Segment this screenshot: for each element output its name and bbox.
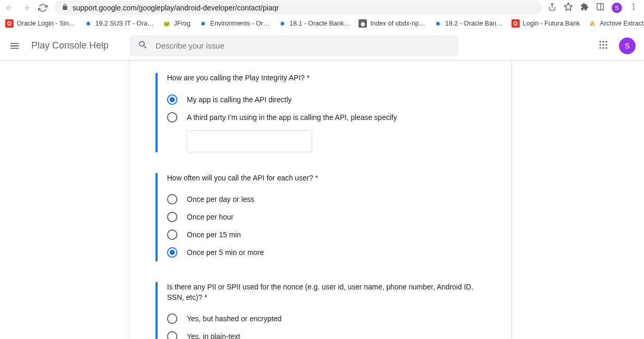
radio-label: Once per hour [187,213,234,221]
share-icon[interactable] [548,3,556,13]
url-bar[interactable]: support.google.com/googleplay/android-de… [54,1,542,15]
browser-toolbar: support.google.com/googleplay/android-de… [0,0,644,16]
bookmark-label: JFrog [174,20,190,27]
radio-label: A third party I'm using in the app is ca… [187,113,397,122]
svg-point-5 [600,41,601,42]
radio-label: Once per 5 min or more [187,248,264,257]
svg-point-7 [605,41,607,42]
main-content: How are you calling the Play Integrity A… [129,60,512,339]
chrome-profile-avatar[interactable]: S [612,3,622,13]
bookmark-favicon: ◉ [359,19,367,28]
radio-button[interactable] [167,112,177,123]
bookmark-favicon: 🐸 [162,19,171,28]
radio-option[interactable]: Once per 15 min [167,226,485,244]
bookmark-favicon: ✱ [199,19,207,28]
radio-option[interactable]: Yes, but hashed or encrypted [167,310,485,328]
extensions-icon[interactable] [580,3,589,13]
bookmark-label: Index of obdx-np… [370,20,425,27]
bookmark-item[interactable]: OOracle Login - Sin… [5,19,76,28]
bookmark-favicon: O [5,19,14,28]
bookmark-favicon: O [511,19,520,28]
svg-point-3 [633,6,635,8]
back-button[interactable] [4,3,15,13]
radio-button[interactable] [167,194,177,204]
search-input[interactable] [156,41,450,50]
radio-button[interactable] [167,247,177,258]
radio-option[interactable]: Once per day or less [167,190,485,208]
bookmark-item[interactable]: ✱Environments - Or… [199,19,270,28]
bookmark-item[interactable]: ✱18.1 - Oracle Bank… [278,19,351,28]
radio-button[interactable] [167,229,177,240]
url-text: support.google.com/googleplay/android-de… [73,4,279,12]
question-block: How often will you call the API for each… [156,173,485,262]
bookmark-item[interactable]: ✱19.2 SUS IT - Ora… [84,19,154,28]
radio-option[interactable]: My app is calling the API directly [167,91,485,108]
radio-label: Yes, but hashed or encrypted [187,314,282,323]
specify-input[interactable] [187,130,312,152]
svg-point-8 [600,44,601,45]
app-header: Play Console Help S [0,31,644,60]
bookmark-item[interactable]: OLogin - Futura Bank [511,19,580,28]
google-apps-icon[interactable] [598,40,611,52]
radio-label: My app is calling the API directly [187,95,292,104]
question-block: How are you calling the Play Integrity A… [156,73,485,152]
bookmark-label: Oracle Login - Sin… [17,20,76,27]
radio-option[interactable]: A third party I'm using in the app is ca… [167,108,485,126]
toolbar-right: S [548,2,640,14]
bookmark-label: Login - Futura Bank [523,20,580,27]
right-gutter [512,60,644,339]
question-title: How often will you call the API for each… [167,173,485,184]
radio-option[interactable]: Once per 5 min or more [167,244,485,261]
header-right: S [598,38,636,54]
radio-button[interactable] [167,313,177,324]
search-container[interactable] [129,35,458,56]
bookmark-favicon: ✱ [84,19,92,28]
bookmark-favicon: ✱ [278,19,287,28]
account-avatar[interactable]: S [619,38,636,54]
reload-button[interactable] [38,3,48,13]
question-title: How are you calling the Play Integrity A… [167,73,485,83]
app-title: Play Console Help [31,40,109,51]
bookmark-favicon: ⁂ [588,19,597,28]
bookmark-star-icon[interactable] [564,2,573,14]
svg-point-11 [600,47,601,49]
panel-icon[interactable] [596,3,604,13]
radio-button[interactable] [167,212,177,222]
forward-button[interactable] [21,3,31,13]
radio-button[interactable] [167,331,177,339]
svg-point-4 [633,8,635,10]
question-title: Is there any PII or SPII used for the no… [167,282,485,302]
bookmark-item[interactable]: ⁂Archive Extractor… [588,19,644,28]
radio-label: Yes, in plain-text [187,332,240,339]
bookmark-label: Environments - Or… [210,20,270,27]
radio-label: Once per 15 min [187,231,241,239]
main-menu-button[interactable] [8,40,21,52]
radio-option[interactable]: Yes, in plain-text [167,328,485,339]
lock-icon [62,4,68,12]
chrome-menu-icon[interactable] [629,3,638,13]
bookmark-label: 18.2 - Oracle Ban… [445,20,503,27]
svg-point-2 [633,4,635,5]
left-gutter [0,60,129,339]
specify-input-row [167,130,485,152]
svg-rect-0 [597,4,603,10]
svg-point-6 [602,41,604,42]
search-icon [138,40,148,52]
radio-button[interactable] [167,94,177,105]
svg-point-10 [605,44,607,45]
svg-point-12 [602,47,604,49]
content-wrapper: How are you calling the Play Integrity A… [0,60,644,339]
bookmark-label: 19.2 SUS IT - Ora… [96,20,154,27]
radio-label: Once per day or less [187,195,254,203]
bookmark-item[interactable]: ◉Index of obdx-np… [359,19,425,28]
bookmark-item[interactable]: ✱18.2 - Oracle Ban… [434,19,503,28]
question-block: Is there any PII or SPII used for the no… [156,282,485,339]
svg-point-9 [602,44,604,45]
bookmark-favicon: ✱ [434,19,442,28]
bookmark-label: 18.1 - Oracle Bank… [290,20,351,27]
bookmarks-bar: OOracle Login - Sin…✱19.2 SUS IT - Ora…🐸… [0,16,644,31]
radio-option[interactable]: Once per hour [167,208,485,226]
bookmark-item[interactable]: 🐸JFrog [162,19,190,28]
svg-point-13 [605,47,607,49]
bookmark-label: Archive Extractor… [600,20,644,27]
